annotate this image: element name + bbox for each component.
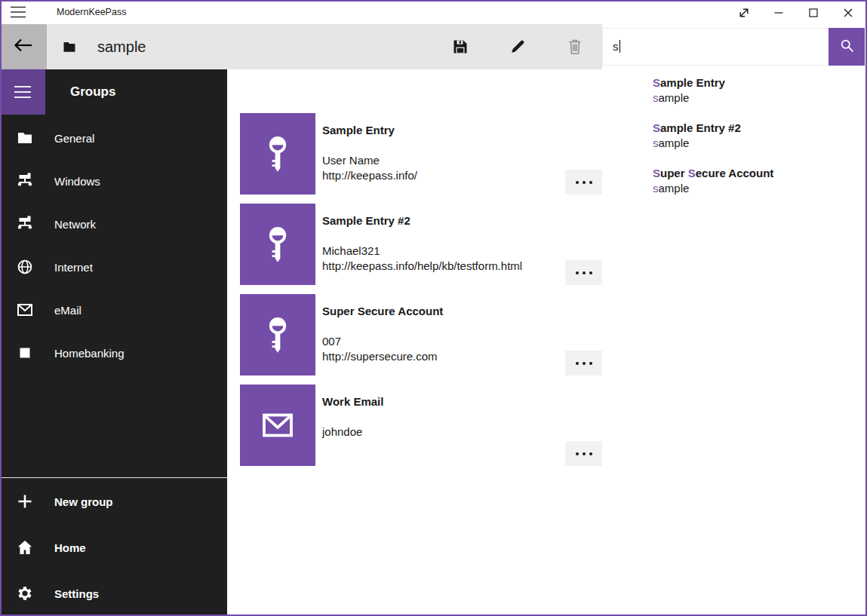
sidebar-item-email[interactable]: eMail (0, 288, 227, 331)
database-title: sample (97, 24, 146, 69)
suggestion-title: Sample Entry (653, 75, 865, 90)
database-folder-icon (62, 40, 77, 54)
entry-url: http://keepass.info/ (322, 169, 417, 182)
edit-button[interactable] (500, 29, 536, 65)
entry-row-sample-entry-2[interactable]: Sample Entry #2 Michael321 http://keepas… (240, 204, 602, 285)
more-button[interactable] (565, 441, 602, 466)
app-bar: sample (0, 24, 602, 69)
suggestion-subtitle: sample (653, 181, 865, 196)
entry-username: User Name (322, 154, 380, 167)
entry-url: http://keepass.info/help/kb/testform.htm… (322, 259, 522, 272)
fullscreen-button[interactable] (727, 2, 761, 24)
save-button[interactable] (442, 29, 478, 65)
close-button[interactable] (831, 2, 865, 24)
suggestion-subtitle: sample (653, 136, 865, 151)
suggestion-subtitle: sample (653, 90, 865, 106)
key-icon (257, 224, 298, 265)
sidebar-item-network[interactable]: Network (0, 202, 227, 245)
more-button[interactable] (565, 260, 602, 285)
more-button[interactable] (565, 170, 602, 195)
entry-row-work-email[interactable]: Work Email johndoe (240, 385, 602, 466)
suggestion-title: Super Secure Account (653, 166, 865, 181)
sidebar-action-settings-label: Settings (54, 587, 99, 599)
group-list: General Windows Network Internet eMail H… (0, 116, 227, 374)
entry-tile (240, 294, 315, 375)
trash-icon (566, 38, 584, 56)
search-suggestions: Sample Entry sampleSample Entry #2 sampl… (602, 69, 865, 214)
save-icon (451, 38, 469, 56)
sidebar-bottom-actions: New group Home Settings (0, 477, 227, 616)
globe-icon (15, 257, 35, 277)
entry-title: Work Email (322, 395, 383, 408)
plus-icon (15, 492, 35, 511)
suggestion-title: Sample Entry #2 (653, 121, 865, 136)
maximize-icon (804, 4, 822, 22)
back-button[interactable] (0, 24, 47, 69)
suggestion-sample-entry[interactable]: Sample Entry sample (653, 75, 865, 106)
key-icon (257, 314, 298, 355)
pencil-icon (509, 38, 527, 56)
sidebar-item-homebanking-label: Homebanking (54, 346, 125, 359)
entry-tile (240, 204, 315, 285)
entry-title: Sample Entry #2 (322, 214, 410, 227)
entry-username: 007 (322, 335, 341, 348)
sidebar-item-internet[interactable]: Internet (0, 245, 227, 288)
sidebar-item-windows[interactable]: Windows (0, 159, 227, 202)
entry-username: Michael321 (322, 244, 380, 257)
entry-title: Super Secure Account (322, 305, 443, 317)
entry-list: Sample Entry User Name http://keepass.in… (240, 113, 602, 475)
square-icon (15, 343, 35, 363)
sidebar-item-internet-label: Internet (54, 260, 93, 273)
sidebar-item-general-label: General (54, 131, 94, 144)
sidebar-action-settings[interactable]: Settings (0, 570, 227, 616)
suggestion-sample-entry-2[interactable]: Sample Entry #2 sample (653, 121, 865, 151)
envelope-icon (257, 405, 298, 446)
title-bar: ModernKeePass (0, 0, 867, 24)
sidebar-action-home[interactable]: Home (0, 524, 227, 570)
sidebar-action-home-label: Home (54, 541, 86, 553)
sidebar-item-email-label: eMail (54, 303, 81, 316)
close-icon (839, 4, 857, 22)
folder-icon (15, 128, 35, 148)
entry-url: http://supersecure.com (322, 350, 438, 363)
suggestion-super-secure-account[interactable]: Super Secure Account sample (653, 166, 865, 196)
app-title: ModernKeePass (57, 0, 126, 24)
fullscreen-icon (735, 4, 753, 22)
text-caret (620, 40, 620, 53)
maximize-button[interactable] (796, 2, 831, 24)
groups-header: Groups (70, 69, 115, 115)
window-controls (727, 2, 865, 24)
sidebar-action-new-group[interactable]: New group (0, 478, 227, 524)
search-icon (839, 38, 855, 56)
hamburger-icon[interactable] (9, 5, 29, 20)
sidebar: Groups General Windows Network Internet … (0, 69, 227, 614)
entry-tile (240, 113, 315, 195)
appbar-actions (442, 29, 593, 65)
search-value: s (613, 40, 619, 53)
delete-button[interactable] (557, 29, 593, 65)
minimize-icon (770, 4, 788, 22)
entry-row-super-secure-account[interactable]: Super Secure Account 007 http://supersec… (240, 294, 602, 375)
entry-row-sample-entry[interactable]: Sample Entry User Name http://keepass.in… (240, 113, 602, 195)
entry-username: johndoe (322, 425, 362, 438)
network-icon (15, 171, 35, 191)
sidebar-item-homebanking[interactable]: Homebanking (0, 331, 227, 374)
search-button[interactable] (829, 28, 865, 66)
sidebar-hamburger-icon[interactable] (0, 69, 45, 115)
sidebar-item-general[interactable]: General (0, 116, 227, 159)
back-arrow-icon (13, 36, 34, 57)
envelope-icon (15, 300, 35, 320)
entry-title: Sample Entry (322, 124, 395, 136)
sidebar-action-new-group-label: New group (54, 495, 113, 507)
key-icon (257, 133, 298, 174)
home-icon (15, 538, 35, 557)
more-button[interactable] (565, 351, 602, 375)
sidebar-item-network-label: Network (54, 217, 96, 230)
search-input[interactable]: s (602, 28, 865, 66)
search-area: s (602, 24, 865, 69)
app-window: ModernKeePass sample s (0, 0, 867, 616)
gear-icon (15, 584, 35, 603)
entry-tile (240, 385, 315, 466)
network-icon (15, 214, 35, 234)
minimize-button[interactable] (761, 2, 796, 24)
